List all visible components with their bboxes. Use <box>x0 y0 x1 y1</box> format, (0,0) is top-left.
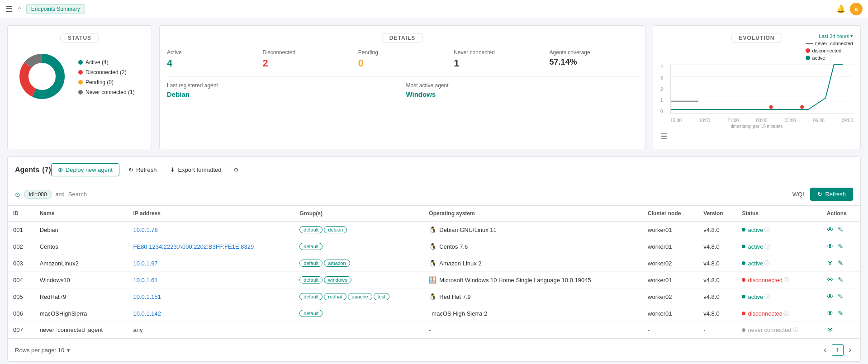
status-dot <box>742 245 745 248</box>
cell-os: 🐧Debian GNU/Linux 11 <box>423 222 642 238</box>
menu-icon[interactable]: ☰ <box>5 4 13 14</box>
cell-groups <box>294 322 423 338</box>
cell-ip[interactable]: 10.0.1.97 <box>128 255 294 272</box>
view-icon[interactable]: 👁 <box>827 276 834 284</box>
status-info-icon[interactable]: ⓘ <box>764 243 770 251</box>
status-info-icon[interactable]: ⓘ <box>784 310 789 317</box>
group-badge[interactable]: test <box>374 293 390 300</box>
cell-id: 004 <box>8 272 34 288</box>
group-badge[interactable]: default <box>299 243 323 250</box>
filter-and: and <box>56 191 65 198</box>
last-24h-selector[interactable]: Last 24 hours ▾ <box>819 33 853 39</box>
status-info-icon[interactable]: ⓘ <box>764 293 770 301</box>
group-badge[interactable]: debian <box>324 226 347 233</box>
active-tab[interactable]: Endpoints Summary <box>26 4 85 14</box>
edit-icon[interactable]: ✎ <box>838 226 844 233</box>
next-page-button[interactable]: › <box>847 344 853 356</box>
col-name[interactable]: Name <box>34 206 128 222</box>
rows-per-page-selector[interactable]: Rows per page: 10 ▾ <box>15 347 70 354</box>
group-badge[interactable]: redhat <box>324 293 346 300</box>
col-cluster[interactable]: Cluster node <box>642 206 698 222</box>
deploy-label: Deploy new agent <box>66 166 113 173</box>
chart-legend-toggle-icon[interactable]: ☰ <box>660 132 668 142</box>
cell-status: disconnected ⓘ <box>736 272 821 288</box>
agents-header: Agents (7) ⊕ Deploy new agent ↻ Refresh … <box>8 157 860 183</box>
refresh-outline-label: Refresh <box>136 166 157 173</box>
cell-ip[interactable]: 10.0.1.78 <box>128 222 294 238</box>
cell-name[interactable]: RedHat79 <box>34 288 128 305</box>
cell-ip[interactable]: 10.0.1.61 <box>128 272 294 288</box>
details-grid: Active 4 Disconnected 2 Pending 0 Never … <box>167 49 638 69</box>
cell-ip[interactable]: FE80:1234:2223:A000:2202:B3FF:FE1E:8329 <box>128 238 294 255</box>
status-info-icon[interactable]: ⓘ <box>784 276 789 284</box>
view-icon[interactable]: 👁 <box>827 309 834 317</box>
cell-name[interactable]: AmazonLinux2 <box>34 255 128 272</box>
refresh-green-button[interactable]: ↻ Refresh <box>810 188 853 201</box>
evo-disconnected-dot <box>806 48 810 53</box>
export-formatted-button[interactable]: ⬇ Export formatted <box>166 164 226 176</box>
group-badge[interactable]: apache <box>348 293 372 300</box>
legend-never: Never connected (1) <box>78 89 135 95</box>
status-info-icon[interactable]: ⓘ <box>764 226 770 234</box>
status-content: Active (4) Disconnected (2) Pending (0) … <box>15 49 144 105</box>
cell-name[interactable]: never_connected_agent <box>34 322 128 338</box>
plus-icon: ⊕ <box>58 166 63 173</box>
cell-version: - <box>698 322 736 338</box>
cell-ip[interactable]: 10.0.1.151 <box>128 288 294 305</box>
cell-os: 🐧Amazon Linux 2 <box>423 255 642 272</box>
cell-actions: 👁 ✎ <box>821 255 860 272</box>
view-icon[interactable]: 👁 <box>827 259 834 267</box>
view-icon[interactable]: 👁 <box>827 326 834 334</box>
group-badge[interactable]: default <box>299 260 323 267</box>
table-row: 001 Debian 10.0.1.78 defaultdebian 🐧Debi… <box>8 222 860 238</box>
cell-version: v4.8.0 <box>698 272 736 288</box>
last-registered-value: Debian <box>167 90 399 98</box>
group-badge[interactable]: default <box>299 226 323 233</box>
refresh-outline-button[interactable]: ↻ Refresh <box>124 164 161 176</box>
bell-icon[interactable]: 🔔 <box>836 5 845 13</box>
status-text: active <box>748 243 763 250</box>
group-badge[interactable]: default <box>299 293 323 300</box>
settings-button[interactable]: ⚙ <box>231 164 242 176</box>
col-id[interactable]: ID ↑ <box>8 206 34 222</box>
view-icon[interactable]: 👁 <box>827 242 834 250</box>
wql-label[interactable]: WQL <box>792 191 806 198</box>
avatar[interactable]: a <box>850 3 863 15</box>
prev-page-button[interactable]: ‹ <box>822 344 828 356</box>
cell-status: active ⓘ <box>736 238 821 255</box>
current-page[interactable]: 1 <box>832 344 844 356</box>
col-ip[interactable]: IP address <box>128 206 294 222</box>
cell-ip[interactable]: any <box>128 322 294 338</box>
edit-icon[interactable]: ✎ <box>838 276 844 284</box>
filter-tag[interactable]: id!=000 <box>24 190 52 199</box>
status-info-icon[interactable]: ⓘ <box>764 260 770 267</box>
col-os[interactable]: Operating system <box>423 206 642 222</box>
edit-icon[interactable]: ✎ <box>838 293 844 300</box>
col-version[interactable]: Version <box>698 206 736 222</box>
edit-icon[interactable]: ✎ <box>838 242 844 250</box>
deploy-new-agent-button[interactable]: ⊕ Deploy new agent <box>51 163 119 176</box>
col-status[interactable]: Status <box>736 206 821 222</box>
view-icon[interactable]: 👁 <box>827 293 834 300</box>
status-text: disconnected <box>748 277 783 284</box>
group-badge[interactable]: amazon <box>324 260 350 267</box>
chart-inner <box>670 64 853 114</box>
cell-name[interactable]: Debian <box>34 222 128 238</box>
search-input[interactable] <box>68 191 789 198</box>
group-badge[interactable]: default <box>299 276 323 284</box>
cell-name[interactable]: Windows10 <box>34 272 128 288</box>
edit-icon[interactable]: ✎ <box>838 259 844 267</box>
home-icon[interactable]: ⌂ <box>17 5 22 13</box>
os-icon: 🪟 <box>429 276 436 284</box>
edit-icon[interactable]: ✎ <box>838 309 844 317</box>
view-icon[interactable]: 👁 <box>827 226 834 233</box>
cell-ip[interactable]: 10.0.1.142 <box>128 305 294 322</box>
cell-name[interactable]: Centos <box>34 238 128 255</box>
cell-os: macOS High Sierra 2 <box>423 305 642 322</box>
col-groups[interactable]: Group(s) <box>294 206 423 222</box>
status-info-icon[interactable]: ⓘ <box>793 326 798 334</box>
group-badge[interactable]: windows <box>324 276 351 284</box>
detail-pending-label: Pending <box>358 49 446 56</box>
group-badge[interactable]: default <box>299 310 323 317</box>
cell-name[interactable]: macOSHighSierra <box>34 305 128 322</box>
